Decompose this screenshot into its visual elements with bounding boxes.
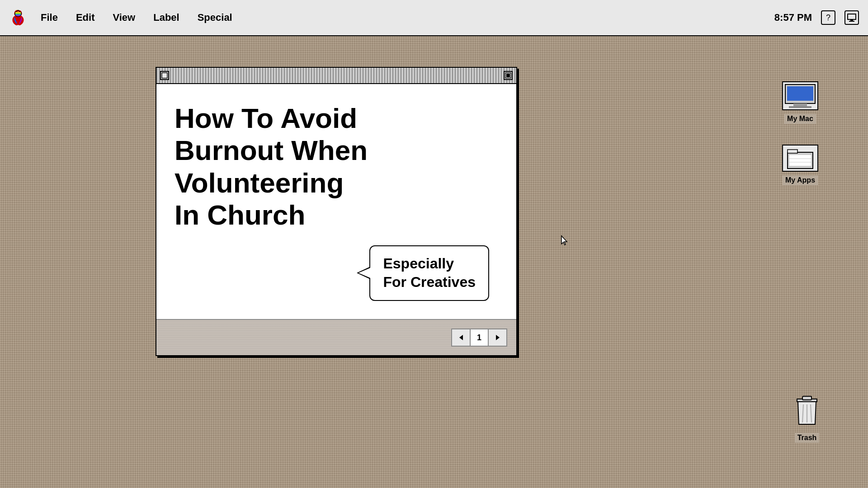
menu-label[interactable]: Label bbox=[153, 12, 179, 23]
svg-marker-29 bbox=[496, 335, 500, 340]
menu-file[interactable]: File bbox=[41, 12, 58, 23]
monitor-icon[interactable] bbox=[844, 10, 859, 25]
slide-line2: Burnout When bbox=[175, 134, 498, 166]
svg-rect-9 bbox=[850, 19, 853, 21]
next-page-button[interactable] bbox=[488, 329, 506, 346]
trash-desktop-icon[interactable]: Trash bbox=[791, 393, 823, 443]
window-titlebar[interactable] bbox=[156, 68, 516, 84]
window-content: How To Avoid Burnout When Volunteering I… bbox=[156, 84, 516, 319]
menu-special[interactable]: Special bbox=[198, 12, 232, 23]
slide-title: How To Avoid Burnout When Volunteering I… bbox=[175, 102, 498, 231]
my-mac-label: My Mac bbox=[784, 114, 816, 124]
trash-icon-image bbox=[791, 393, 823, 429]
svg-rect-25 bbox=[162, 73, 167, 78]
main-window: How To Avoid Burnout When Volunteering I… bbox=[156, 67, 517, 356]
my-apps-label: My Apps bbox=[783, 175, 818, 185]
svg-rect-10 bbox=[849, 21, 854, 22]
my-mac-icon-image bbox=[782, 81, 818, 110]
svg-rect-21 bbox=[802, 396, 811, 400]
menu-items: File Edit View Label Special bbox=[41, 12, 774, 23]
svg-rect-17 bbox=[789, 155, 811, 166]
svg-rect-12 bbox=[787, 86, 813, 101]
svg-rect-16 bbox=[788, 150, 797, 153]
slide-line3: Volunteering bbox=[175, 167, 498, 199]
help-icon[interactable]: ? bbox=[821, 10, 835, 25]
svg-rect-13 bbox=[793, 103, 807, 106]
svg-rect-4 bbox=[15, 12, 21, 13]
slide-area: How To Avoid Burnout When Volunteering I… bbox=[156, 84, 516, 319]
trash-label: Trash bbox=[795, 433, 820, 443]
slide-line4: In Church bbox=[175, 199, 498, 231]
bubble-line2: For Creatives bbox=[383, 273, 476, 292]
menu-edit[interactable]: Edit bbox=[76, 12, 95, 23]
svg-rect-8 bbox=[848, 14, 856, 19]
window-zoom-btn[interactable] bbox=[504, 71, 513, 80]
menu-view[interactable]: View bbox=[113, 12, 135, 23]
menubar-right: 8:57 PM ? bbox=[774, 10, 859, 25]
my-apps-icon-image bbox=[782, 145, 818, 172]
bubble-line1: Especially bbox=[383, 254, 476, 273]
apple-logo-icon[interactable] bbox=[9, 9, 27, 27]
menubar: File Edit View Label Special 8:57 PM ? bbox=[0, 0, 868, 36]
svg-rect-14 bbox=[789, 106, 811, 108]
slide-line1: How To Avoid bbox=[175, 102, 498, 134]
svg-rect-6 bbox=[15, 14, 21, 15]
nav-controls: 1 bbox=[451, 328, 507, 347]
speech-bubble: Especially For Creatives bbox=[369, 245, 489, 301]
svg-rect-5 bbox=[15, 14, 21, 14]
page-number: 1 bbox=[470, 329, 488, 346]
my-mac-desktop-icon[interactable]: My Mac bbox=[778, 81, 823, 124]
my-apps-desktop-icon[interactable]: My Apps bbox=[778, 145, 823, 185]
clock-display: 8:57 PM bbox=[774, 12, 812, 23]
svg-rect-27 bbox=[506, 74, 510, 77]
prev-page-button[interactable] bbox=[452, 329, 470, 346]
window-close-btn[interactable] bbox=[160, 71, 169, 80]
svg-marker-28 bbox=[459, 335, 463, 340]
window-toolbar: 1 bbox=[156, 319, 516, 355]
